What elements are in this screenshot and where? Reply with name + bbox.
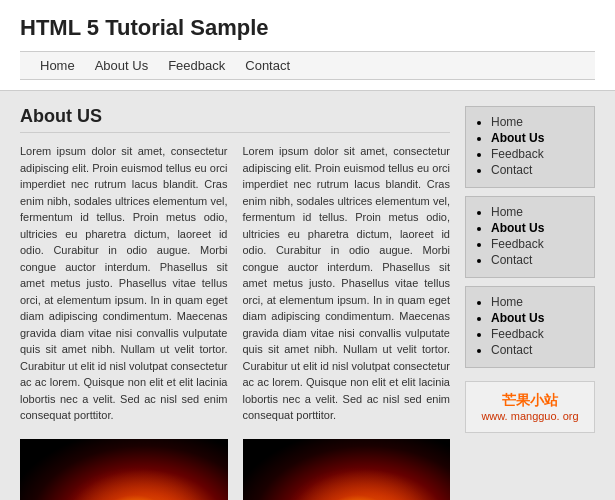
list-item: Contact [491,343,584,357]
text-columns: Lorem ipsum dolor sit amet, consectetur … [20,143,450,424]
sidebar-link-contact-1[interactable]: Contact [491,163,532,177]
image-row [20,439,450,501]
list-item: Feedback [491,237,584,251]
watermark-url: www. mangguo. org [476,410,584,422]
nav-feedback[interactable]: Feedback [168,58,225,73]
list-item: Home [491,115,584,129]
image-box-left [20,439,228,501]
nav-contact[interactable]: Contact [245,58,290,73]
nav-home[interactable]: Home [40,58,75,73]
list-item: About Us [491,131,584,145]
list-item: Contact [491,163,584,177]
nav-about[interactable]: About Us [95,58,148,73]
list-item: About Us [491,221,584,235]
header: HTML 5 Tutorial Sample Home About Us Fee… [0,0,615,91]
list-item: About Us [491,311,584,325]
watermark-box: 芒果小站 www. mangguo. org [465,381,595,433]
sidebar-link-home-1[interactable]: Home [491,115,523,129]
watermark-title: 芒果小站 [476,392,584,410]
sidebar-list-2: Home About Us Feedback Contact [476,205,584,267]
list-item: Contact [491,253,584,267]
image-placeholder-left [20,439,228,501]
sidebar-link-feedback-3[interactable]: Feedback [491,327,544,341]
text-col-right: Lorem ipsum dolor sit amet, consectetur … [243,143,451,424]
list-item: Feedback [491,147,584,161]
sidebar-link-about-2[interactable]: About Us [491,221,544,235]
sidebar-list-1: Home About Us Feedback Contact [476,115,584,177]
sidebar-box-2: Home About Us Feedback Contact [465,196,595,278]
main-content: About US Lorem ipsum dolor sit amet, con… [0,91,615,500]
sidebar-link-contact-2[interactable]: Contact [491,253,532,267]
image-placeholder-right [243,439,451,501]
site-title: HTML 5 Tutorial Sample [20,15,595,41]
text-col-left: Lorem ipsum dolor sit amet, consectetur … [20,143,228,424]
sidebar-link-feedback-2[interactable]: Feedback [491,237,544,251]
sidebar-link-home-2[interactable]: Home [491,205,523,219]
image-box-right [243,439,451,501]
sidebar-link-home-3[interactable]: Home [491,295,523,309]
list-item: Feedback [491,327,584,341]
page-heading: About US [20,106,450,133]
nav-bar: Home About Us Feedback Contact [20,51,595,80]
sidebar-list-3: Home About Us Feedback Contact [476,295,584,357]
sidebar-link-contact-3[interactable]: Contact [491,343,532,357]
sidebar-box-1: Home About Us Feedback Contact [465,106,595,188]
list-item: Home [491,205,584,219]
sidebar-box-3: Home About Us Feedback Contact [465,286,595,368]
page-wrapper: HTML 5 Tutorial Sample Home About Us Fee… [0,0,615,500]
content-area: About US Lorem ipsum dolor sit amet, con… [20,106,450,500]
sidebar-link-feedback-1[interactable]: Feedback [491,147,544,161]
sidebar-link-about-1[interactable]: About Us [491,131,544,145]
list-item: Home [491,295,584,309]
sidebar: Home About Us Feedback Contact Home Abou… [465,106,595,500]
sidebar-link-about-3[interactable]: About Us [491,311,544,325]
